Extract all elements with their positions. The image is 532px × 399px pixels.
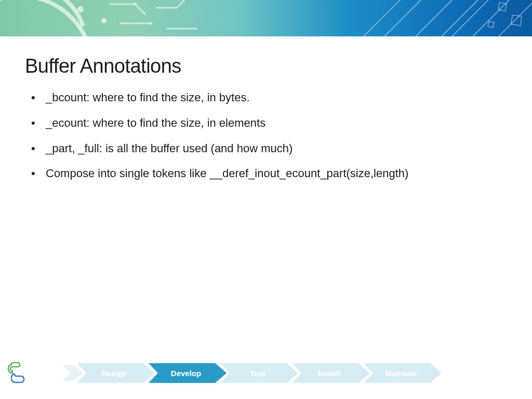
bullet-item: _part, _full: is all the buffer used (an… bbox=[25, 141, 507, 157]
bullet-item: Compose into single tokens like __deref_… bbox=[25, 166, 507, 182]
process-arrows: Design Develop Test Install Maintain bbox=[83, 363, 442, 383]
svg-rect-5 bbox=[511, 15, 522, 25]
process-step-label: Design bbox=[101, 369, 130, 378]
slide-content: Buffer Annotations _bcount: where to fin… bbox=[0, 36, 532, 182]
bullet-item: _bcount: where to find the size, in byte… bbox=[25, 90, 507, 106]
svg-point-3 bbox=[149, 22, 152, 25]
bullet-list: _bcount: where to find the size, in byte… bbox=[25, 90, 507, 182]
process-step-test: Test bbox=[220, 363, 298, 383]
process-step-label: Install bbox=[318, 369, 343, 378]
slide: Buffer Annotations _bcount: where to fin… bbox=[0, 0, 532, 399]
svg-rect-6 bbox=[488, 21, 494, 28]
svg-point-0 bbox=[77, 6, 84, 12]
slide-title: Buffer Annotations bbox=[25, 55, 507, 77]
bullet-item: _ecount: where to find the size, in elem… bbox=[25, 115, 507, 131]
process-step-label: Develop bbox=[171, 369, 204, 378]
header-banner bbox=[0, 0, 532, 36]
logo-icon bbox=[6, 361, 31, 385]
process-step-label: Maintain bbox=[385, 369, 420, 378]
process-row: Design Develop Test Install Maintain bbox=[0, 357, 532, 389]
process-step-develop: Develop bbox=[149, 363, 227, 383]
svg-point-1 bbox=[101, 18, 107, 23]
svg-point-2 bbox=[134, 3, 137, 6]
process-step-design: Design bbox=[77, 363, 155, 383]
process-step-label: Test bbox=[250, 369, 269, 378]
process-step-maintain: Maintain bbox=[364, 363, 442, 383]
process-step-install: Install bbox=[292, 363, 370, 383]
